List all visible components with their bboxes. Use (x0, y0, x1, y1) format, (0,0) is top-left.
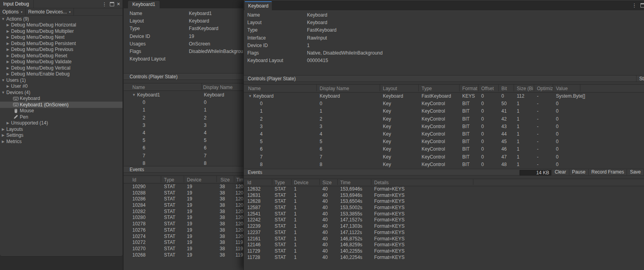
event-row[interactable]: 10268 STAT 19 38 119 (124, 252, 243, 259)
control-row[interactable]: 5 5 Key KeyControl BIT 0 45 1 - 0 (244, 138, 644, 145)
column-separator[interactable] (498, 85, 499, 91)
tree-item[interactable]: ▶ User #0 (0, 83, 122, 90)
event-row[interactable]: 10284 STAT 19 38 120 (124, 202, 243, 209)
event-row[interactable]: 12587 STAT 1 40 153,5002s Format=KEYS (244, 205, 644, 211)
control-row[interactable]: ▼Keyboard Keyboard Keyboard FastKeyboard… (244, 93, 644, 100)
control-row[interactable]: 6 6 Key KeyControl BIT 0 46 1 - 0 (244, 145, 644, 153)
column-header-value[interactable]: Value (556, 85, 568, 93)
column-separator[interactable] (161, 176, 161, 182)
event-row[interactable]: 12239 STAT 1 40 147,1303s Format=KEYS (244, 223, 644, 230)
foldout-arrow-icon[interactable]: ▼ (1, 91, 6, 94)
kebab-menu-icon[interactable]: ⋮ (102, 2, 107, 7)
foldout-arrow-icon[interactable]: ▶ (1, 140, 6, 143)
close-icon[interactable]: × (117, 1, 120, 7)
foldout-arrow-icon[interactable]: ▼ (1, 78, 6, 82)
event-row[interactable]: 12632 STAT 1 40 153,6946s Format=KEYS (244, 186, 644, 193)
event-row[interactable]: 12628 STAT 1 40 153,6504s Format=KEYS (244, 198, 644, 205)
foldout-arrow-icon[interactable]: ▼ (1, 17, 6, 21)
event-toolbar-button[interactable]: Save (627, 169, 643, 175)
column-separator[interactable] (478, 85, 478, 91)
event-row[interactable]: 10276 STAT 19 38 120 (124, 227, 243, 234)
event-row[interactable]: 12146 STAT 1 40 146,8259s Format=KEYS (244, 242, 644, 248)
column-separator[interactable] (184, 176, 184, 182)
column-header-layout[interactable]: Layout (383, 85, 397, 93)
event-row[interactable]: 10288 STAT 19 38 120 (124, 190, 243, 196)
maximize-icon[interactable] (640, 3, 644, 8)
foldout-arrow-icon[interactable]: ▶ (1, 127, 6, 131)
column-separator[interactable] (580, 85, 580, 91)
column-separator[interactable] (337, 179, 338, 185)
column-header-id[interactable]: Id (132, 176, 136, 184)
column-separator[interactable] (217, 176, 217, 182)
event-row[interactable]: 10274 STAT 19 38 120 (124, 234, 243, 240)
event-row[interactable]: 10272 STAT 19 38 119 (124, 240, 243, 246)
tab-keyboard1[interactable]: Keyboard1 (128, 1, 160, 8)
event-toolbar-button[interactable]: Clear (552, 169, 569, 175)
column-header-bit[interactable]: Bit (501, 85, 507, 93)
foldout-arrow-icon[interactable]: ▼ (248, 93, 252, 100)
foldout-arrow-icon[interactable]: ▶ (6, 121, 10, 125)
tree-item[interactable]: ▼ Devices (4) (0, 89, 122, 96)
tree-item[interactable]: ▶ Debug Menu/Debug Multiplier (0, 28, 122, 34)
column-header-offset[interactable]: Offset (481, 85, 494, 93)
column-separator[interactable] (418, 85, 419, 91)
event-row[interactable]: 12242 STAT 1 40 147,1527s Format=KEYS (244, 217, 644, 223)
column-header-display-name[interactable]: Display Name (320, 85, 349, 93)
control-row[interactable]: 1 1 (124, 106, 243, 114)
control-row[interactable]: 3 3 (124, 122, 243, 129)
column-separator[interactable] (272, 179, 272, 185)
options-dropdown[interactable]: Options ▼ (0, 8, 25, 15)
event-row[interactable]: 12631 STAT 1 40 153,6946s Format=KEYS (244, 193, 644, 199)
tree-item[interactable]: ▼ Users (1) (0, 77, 122, 83)
control-row[interactable]: 4 4 Key KeyControl BIT 0 44 1 - 0 (244, 130, 644, 138)
foldout-arrow-icon[interactable]: ▶ (6, 23, 10, 27)
column-separator[interactable] (459, 85, 459, 91)
control-row[interactable]: 7 7 (124, 152, 243, 160)
tree-item[interactable]: ▶ Debug Menu/Enable Debug (0, 71, 122, 77)
event-row[interactable]: 11728 STAT 1 40 140,2254s Format=KEYS (244, 255, 644, 261)
control-row[interactable]: 2 2 (124, 114, 243, 122)
foldout-arrow-icon[interactable]: ▶ (6, 29, 10, 33)
column-separator[interactable] (291, 179, 292, 185)
tree-item[interactable]: ▶ Debug Menu/Debug Vertical (0, 65, 122, 71)
foldout-arrow-icon[interactable]: ▶ (6, 54, 10, 58)
event-row[interactable]: 10282 STAT 19 38 120 (124, 209, 243, 215)
control-row[interactable]: 8 8 (124, 160, 243, 166)
tree-item[interactable]: ▶ Unsupported (14) (0, 120, 122, 127)
foldout-arrow-icon[interactable]: ▶ (6, 47, 10, 51)
event-row[interactable]: 10290 STAT 19 38 120 (124, 184, 243, 190)
control-row[interactable]: 6 6 (124, 144, 243, 152)
column-header-display-name[interactable]: Display Name (203, 83, 233, 91)
column-header-time[interactable]: Time (340, 179, 350, 187)
tree-item[interactable]: ▶ Debug Menu/Debug Validate (0, 59, 122, 65)
kebab-menu-icon[interactable]: ⋮ (632, 3, 637, 8)
column-header-size-bits[interactable]: Size (Bi (517, 85, 533, 93)
column-header-optimized[interactable]: Optimiz (537, 85, 553, 93)
state-button[interactable]: Sta (636, 76, 644, 81)
column-separator[interactable] (319, 179, 320, 185)
tree-item[interactable]: Mouse (0, 108, 122, 114)
control-row[interactable]: 3 3 Key KeyControl BIT 0 43 1 - 0 (244, 123, 644, 130)
column-header-format[interactable]: Format (462, 85, 477, 93)
column-separator[interactable] (553, 85, 553, 91)
control-row[interactable]: 0 0 (124, 99, 243, 106)
foldout-arrow-icon[interactable]: ▶ (1, 133, 6, 137)
event-row[interactable]: 10270 STAT 19 38 119 (124, 246, 243, 252)
event-row[interactable]: 10286 STAT 19 38 120 (124, 196, 243, 202)
foldout-arrow-icon[interactable]: ▶ (6, 66, 10, 70)
tree-item[interactable]: ▶ Debug Menu/Debug Horizontal (0, 22, 122, 28)
control-row[interactable]: 7 7 Key KeyControl BIT 0 47 1 - 0 (244, 153, 644, 161)
foldout-arrow-icon[interactable]: ▶ (6, 42, 10, 45)
control-row[interactable]: 0 0 Key KeyControl BIT 0 50 1 - 0 (244, 100, 644, 108)
maximize-icon[interactable] (110, 2, 114, 6)
event-toolbar-button[interactable]: Pause (569, 169, 588, 175)
column-header-size[interactable]: Size (322, 179, 331, 187)
foldout-arrow-icon[interactable]: ▼ (132, 91, 136, 99)
tree-item[interactable]: ▶ Debug Menu/Debug Reset (0, 53, 122, 59)
tab-keyboard[interactable]: Keyboard (245, 1, 272, 10)
event-row[interactable]: 10280 STAT 19 38 120 (124, 215, 243, 221)
event-row[interactable]: 12161 STAT 1 40 146,8752s Format=KEYS (244, 236, 644, 242)
column-header-type[interactable]: Type (164, 176, 174, 184)
column-header-time[interactable]: Tim (236, 176, 243, 184)
column-header-id[interactable]: Id (247, 179, 251, 187)
